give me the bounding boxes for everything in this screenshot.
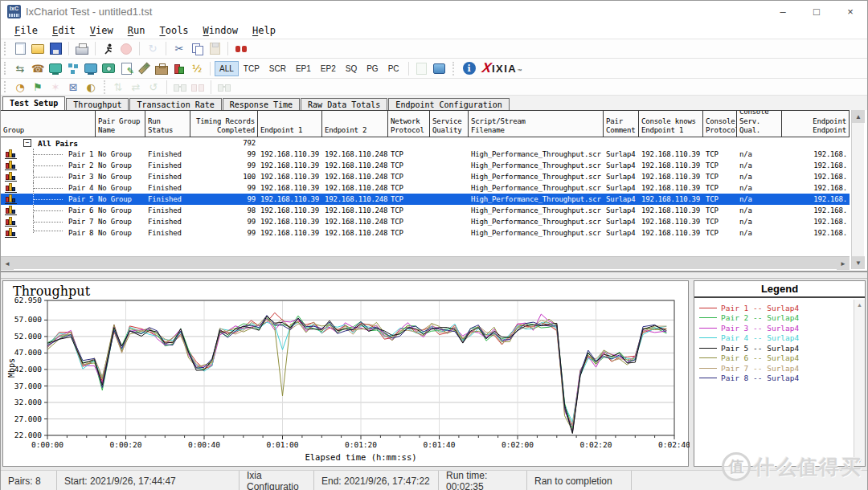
menu-run[interactable]: Run [121, 23, 153, 38]
unlink-pairs-icon[interactable] [190, 80, 205, 94]
column-header-2[interactable]: Run Status [145, 111, 190, 137]
move-pair-icon[interactable]: ⇄ [129, 80, 143, 94]
paste-icon[interactable] [207, 42, 222, 56]
stop-test-icon[interactable] [119, 42, 133, 56]
table-row-pair-5[interactable]: Pair 5No GroupFinished99192.168.110.3919… [1, 194, 850, 205]
scrollbar-thumb[interactable] [14, 257, 837, 269]
menu-tools[interactable]: Tools [152, 23, 195, 38]
maximize-button[interactable]: □ [800, 1, 833, 22]
group-row-all-pairs[interactable]: −All Pairs792 [1, 137, 850, 149]
cut-icon[interactable]: ✂ [172, 42, 186, 56]
info-icon[interactable]: i [463, 62, 476, 75]
table-row-pair-3[interactable]: Pair 3No GroupFinished100192.168.110.391… [1, 171, 850, 182]
legend-entry-pair-6[interactable]: Pair 6 -- Surlap4 [699, 353, 854, 364]
column-header-5[interactable]: Endpoint 2 [322, 111, 388, 137]
copy-icon[interactable] [190, 42, 204, 56]
print-icon[interactable] [75, 42, 89, 56]
table-row-pair-4[interactable]: Pair 4No GroupFinished99192.168.110.3919… [1, 182, 850, 194]
tab-throughput[interactable]: Throughput [66, 98, 129, 110]
filter-ep1-button[interactable]: EP1 [292, 62, 315, 76]
test-options-icon[interactable] [154, 61, 169, 76]
pane-splitter[interactable] [1, 271, 867, 279]
legend-entry-pair-1[interactable]: Pair 1 -- Surlap4 [699, 303, 854, 313]
web-export-icon[interactable] [432, 61, 447, 76]
column-header-9[interactable]: Pair Comment [604, 111, 639, 137]
tab-transaction-rate[interactable]: Transaction Rate [129, 98, 221, 110]
video-multicast-icon[interactable] [84, 61, 98, 76]
filter-scr-button[interactable]: SCR [265, 62, 290, 76]
legend-scroll-down-arrow[interactable]: ▼ [854, 455, 865, 466]
table-row-pair-7[interactable]: Pair 7No GroupFinished99192.168.110.3919… [1, 216, 850, 227]
scroll-left-arrow[interactable]: ◄ [1, 257, 14, 270]
filter-pg-button[interactable]: PG [362, 62, 382, 76]
scroll-right-arrow[interactable]: ► [837, 257, 850, 270]
filter-all-button[interactable]: ALL [215, 62, 238, 76]
legend-entry-pair-3[interactable]: Pair 3 -- Surlap4 [699, 323, 854, 333]
filter-pc-button[interactable]: PC [384, 62, 403, 76]
move-pair-up-icon[interactable]: ⇅ [111, 80, 125, 94]
tab-response-time[interactable]: Response Time [223, 98, 300, 110]
table-row-pair-2[interactable]: Pair 2No GroupFinished99192.168.110.3919… [1, 160, 850, 171]
legend-entry-pair-5[interactable]: Pair 5 -- Surlap4 [699, 343, 854, 353]
column-header-13[interactable]: Endpoint Endpoint [782, 111, 850, 137]
filter-ep2-button[interactable]: EP2 [317, 62, 340, 76]
group-pairs-icon[interactable] [217, 80, 231, 94]
table-row-pair-8[interactable]: Pair 8No GroupFinished99192.168.110.3919… [1, 227, 850, 239]
column-header-10[interactable]: Console knows Endpoint 1 [639, 111, 703, 137]
table-horizontal-scrollbar[interactable]: ◄ ► [1, 256, 850, 269]
poll-results-icon[interactable]: ◐ [84, 80, 98, 94]
run-test-icon[interactable] [101, 42, 116, 56]
filter-sq-button[interactable]: SQ [342, 62, 361, 76]
ixia-ports-icon[interactable]: ⊠ [66, 80, 80, 94]
scroll-up-arrow[interactable]: ▲ [852, 110, 865, 123]
design-pair-icon[interactable] [137, 61, 151, 76]
legend-entry-pair-8[interactable]: Pair 8 -- Surlap4 [699, 374, 854, 384]
find-icon[interactable] [234, 42, 248, 56]
scroll-down-arrow[interactable]: ▼ [852, 256, 865, 269]
tab-endpoint-configuration[interactable]: Endpoint Configuration [388, 98, 509, 110]
menu-help[interactable]: Help [245, 23, 283, 38]
menu-file[interactable]: File [7, 23, 45, 38]
hardware-pair-icon[interactable] [101, 61, 116, 76]
close-button[interactable]: × [833, 1, 867, 22]
column-header-7[interactable]: Service Quality [430, 111, 469, 137]
reset-pairs-icon[interactable]: ↺ [146, 80, 161, 94]
reload-icon[interactable]: ↻ [145, 42, 160, 56]
multicast-group-icon[interactable] [66, 61, 80, 76]
open-test-icon[interactable] [31, 42, 45, 56]
minimize-button[interactable]: – [766, 1, 800, 22]
flag-checkpoint-icon[interactable]: ⚑ [31, 80, 45, 94]
column-header-6[interactable]: Network Protocol [388, 111, 430, 137]
filter-tcp-button[interactable]: TCP [240, 62, 264, 76]
voip-pair-icon[interactable]: ☎ [31, 61, 45, 76]
video-pair-icon[interactable] [48, 61, 63, 76]
compare-results-icon[interactable] [172, 61, 186, 76]
menu-window[interactable]: Window [196, 23, 245, 38]
menu-view[interactable]: View [83, 23, 121, 38]
column-header-1[interactable]: Pair Group Name [96, 111, 145, 137]
menu-edit[interactable]: Edit [45, 23, 83, 38]
column-header-8[interactable]: Script/Stream Filename [469, 111, 604, 137]
legend-entry-pair-4[interactable]: Pair 4 -- Surlap4 [699, 333, 854, 344]
edit-script-icon[interactable] [119, 61, 133, 76]
expand-collapse-box[interactable]: − [23, 139, 31, 147]
column-header-12[interactable]: Console Serv. Qual. [737, 111, 782, 137]
swap-endpoints-icon[interactable]: ⇆ [13, 61, 27, 76]
copy-results-icon[interactable] [415, 61, 429, 76]
table-row-pair-6[interactable]: Pair 6No GroupFinished98192.168.110.3919… [1, 205, 850, 216]
legend-entry-pair-2[interactable]: Pair 2 -- Surlap4 [699, 313, 854, 324]
split-view-icon[interactable]: ½ [190, 61, 204, 76]
legend-entry-pair-7[interactable]: Pair 7 -- Surlap4 [699, 363, 854, 374]
schedule-icon[interactable]: ◔ [13, 80, 27, 94]
link-pairs-icon[interactable] [173, 80, 187, 94]
tab-test-setup[interactable]: Test Setup [2, 96, 65, 110]
table-vertical-scrollbar[interactable]: ▲ ▼ [851, 110, 864, 269]
save-test-icon[interactable] [48, 42, 63, 56]
star-icon[interactable]: ✶ [48, 80, 63, 94]
column-header-0[interactable]: Group [1, 111, 96, 137]
table-row-pair-1[interactable]: Pair 1No GroupFinished99192.168.110.3919… [1, 149, 850, 160]
column-header-4[interactable]: Endpoint 1 [258, 111, 322, 137]
new-test-icon[interactable] [13, 42, 27, 56]
legend-scrollbar[interactable]: ▲ ▼ [854, 300, 865, 466]
legend-scroll-up-arrow[interactable]: ▲ [854, 300, 865, 310]
